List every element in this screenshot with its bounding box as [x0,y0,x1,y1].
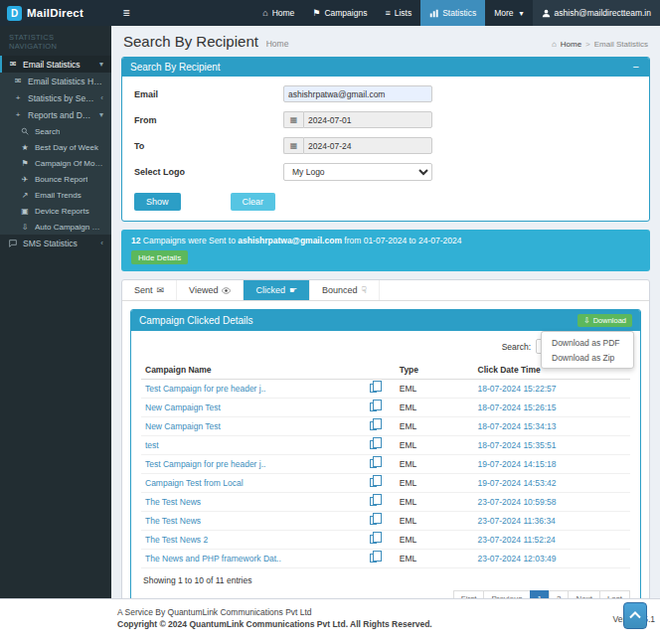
campaign-name-link[interactable]: Test Campaign for pre header j.. [145,459,265,469]
footer: A Service By QuantumLink Communications … [0,598,660,644]
campaign-type: EML [396,512,474,531]
nav-label: More [494,8,513,18]
sidebar-item-device-reports[interactable]: ▣ Device Reports [0,203,111,219]
nav-label: Campaigns [324,8,367,18]
sidebar-item-campaign-of-month[interactable]: ⚑ Campaign Of Month [0,155,111,171]
sidebar-label: Reports and Downloads [28,110,94,120]
nav-item-user-account[interactable]: ashish@maildirectteam.in [533,0,660,26]
user-email: ashish@maildirectteam.in [555,8,651,18]
copy-icon[interactable] [370,478,377,487]
tab-viewed[interactable]: Viewed [177,280,244,300]
breadcrumb-home-link[interactable]: Home [561,40,581,49]
sidebar-item-best-day-of-week[interactable]: ★ Best Day of Week [0,139,111,155]
table-row: The Test News 2 EML 23-07-2024 11:52:24 [141,531,630,550]
clicked-panel-title: Campaign Clicked Details [139,315,253,326]
search-panel-title: Search By Recipient [130,62,221,73]
copy-icon[interactable] [370,535,377,544]
campaign-name-link[interactable]: Campaign Test from Local [145,478,244,488]
pagination-next[interactable]: Next [568,590,599,598]
download-button[interactable]: ⇩ Download [578,314,632,327]
plus-icon: + [13,93,23,102]
eye-icon [222,287,231,294]
campaign-type: EML [396,399,474,417]
copy-icon[interactable] [370,459,377,468]
search-by-recipient-panel: Search By Recipient − Email From ▦ To ▦ [121,57,650,222]
campaign-name-link[interactable]: New Campaign Test [145,402,221,412]
from-date-field[interactable] [303,111,432,128]
click-date-link[interactable]: 18-07-2024 15:22:57 [478,384,557,394]
sidebar-item-sms-statistics[interactable]: SMS Statistics ‹ [0,235,111,251]
sidebar-item-auto-campaign-download[interactable]: ⇩ Auto Campaign Download [0,219,111,235]
download-icon: ⇩ [583,316,589,325]
campaign-name-link[interactable]: The Test News [145,497,201,507]
star-icon: ★ [20,143,30,152]
copy-icon[interactable] [370,516,377,525]
sidebar-label: Campaign Of Month [35,159,103,168]
pagination-previous[interactable]: Previous [483,590,530,598]
pagination-page-2[interactable]: 2 [549,590,569,598]
click-date-link[interactable]: 18-07-2024 15:34:13 [478,421,557,431]
copy-icon[interactable] [370,384,377,393]
click-date-link[interactable]: 19-07-2024 14:53:42 [478,478,557,488]
copy-icon[interactable] [370,440,377,449]
clear-button[interactable]: Clear [231,193,276,211]
header-type[interactable]: Type [396,361,474,380]
header-campaign-name[interactable]: Campaign Name [141,361,366,380]
pagination-first[interactable]: First [453,590,485,598]
copy-icon[interactable] [370,402,377,411]
hide-details-button[interactable]: Hide Details [131,250,188,264]
campaign-name-link[interactable]: test [145,440,159,450]
click-date-link[interactable]: 18-07-2024 15:26:15 [478,402,557,412]
sidebar-item-statistics-by-services[interactable]: + Statistics by Services ‹ [0,89,111,106]
nav-item-statistics[interactable]: Statistics [420,0,485,26]
nav-item-home[interactable]: ⌂ Home [253,0,303,26]
tab-label: Sent [134,285,153,295]
sidebar-item-email-statistics[interactable]: ✉ Email Statistics ▾ [0,56,111,73]
collapse-panel-button[interactable]: − [631,62,641,73]
show-button[interactable]: Show [134,193,181,211]
table-row: The Test News EML 23-07-2024 10:59:58 [141,493,630,512]
campaign-name-link[interactable]: The News and PHP framework Dat.. [145,554,281,564]
click-date-link[interactable]: 23-07-2024 11:36:34 [478,516,556,526]
click-date-link[interactable]: 18-07-2024 15:35:51 [478,440,557,450]
nav-label: Lists [395,8,412,18]
tab-sent[interactable]: Sent ✉ [122,280,177,300]
main-content: Search By Recipient Home ⌂ Home > Email … [111,26,660,598]
sidebar-item-search[interactable]: Search [0,123,111,139]
campaign-name-link[interactable]: Test Campaign for pre header j.. [145,384,265,394]
sidebar-item-email-statistics-home[interactable]: ✉ Email Statistics Home [0,73,111,89]
click-date-link[interactable]: 23-07-2024 11:52:24 [478,535,556,545]
copy-icon[interactable] [370,421,377,430]
sidebar-item-bounce-report[interactable]: ✈ Bounce Report [0,171,111,187]
to-date-field[interactable] [303,137,432,154]
select-logo-label: Select Logo [134,167,283,177]
nav-item-lists[interactable]: ≡ Lists [376,0,420,26]
envelope-icon: ✉ [13,77,23,85]
nav-item-more[interactable]: More ▾ [485,0,532,26]
click-date-link[interactable]: 23-07-2024 12:03:49 [478,554,557,564]
download-as-zip-item[interactable]: Download as Zip [542,350,633,365]
tab-clicked[interactable]: Clicked ☛ [244,280,310,300]
nav-item-campaigns[interactable]: ⚑ Campaigns [303,0,376,26]
sidebar-toggle-button[interactable]: ≡ [111,0,141,26]
logo-select[interactable]: My Logo [283,163,432,181]
brand-logo[interactable]: D MailDirect [0,0,111,26]
click-date-link[interactable]: 19-07-2024 14:15:18 [478,459,557,469]
header-icon-column [366,361,396,380]
click-date-link[interactable]: 23-07-2024 10:59:58 [478,497,557,507]
campaign-name-link[interactable]: The Test News [145,516,201,526]
sidebar-item-email-trends[interactable]: ↗ Email Trends [0,187,111,203]
user-icon [542,9,551,18]
pagination-last[interactable]: Last [599,590,630,598]
email-field[interactable] [283,85,432,102]
sidebar-item-reports-and-downloads[interactable]: + Reports and Downloads ▾ [0,106,111,123]
from-label: From [134,115,283,125]
campaign-name-link[interactable]: New Campaign Test [145,421,221,431]
copy-icon[interactable] [370,497,377,506]
campaign-name-link[interactable]: The Test News 2 [145,535,208,545]
copy-icon[interactable] [370,554,377,563]
scroll-to-top-button[interactable] [623,602,647,629]
tab-bounced[interactable]: Bounced ☟ [310,280,380,300]
download-as-pdf-item[interactable]: Download as PDF [542,335,633,350]
pagination-page-1[interactable]: 1 [530,590,550,598]
